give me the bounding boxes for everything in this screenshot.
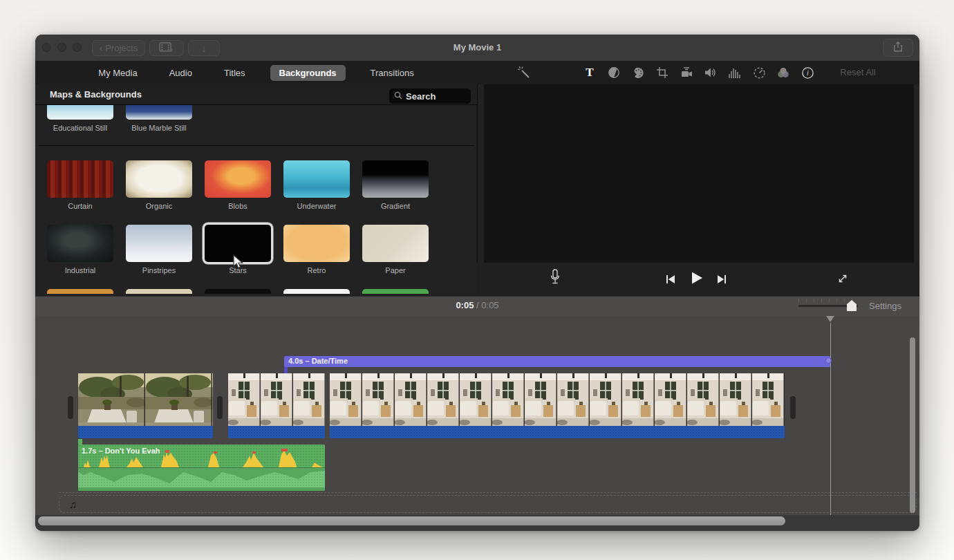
tab-my-media[interactable]: My Media: [91, 65, 144, 81]
timeline-area: 4.0s – Date/Time: [35, 316, 919, 515]
background-thumbnail[interactable]: [362, 160, 429, 198]
playhead-line[interactable]: [830, 323, 831, 515]
browser-section-title: Maps & Backgrounds: [50, 89, 142, 100]
background-thumbnail[interactable]: [126, 225, 192, 262]
share-button[interactable]: [883, 39, 913, 57]
background-item[interactable]: Curtain: [47, 160, 113, 210]
timeline-horizontal-scrollbar-track[interactable]: [35, 515, 919, 528]
timeline-horizontal-scrollbar-thumb[interactable]: [38, 516, 785, 525]
skip-forward-button[interactable]: [713, 270, 731, 288]
video-clip-3-frames[interactable]: [330, 373, 785, 426]
background-label: Industrial: [65, 266, 96, 274]
background-thumbnail[interactable]: [47, 289, 113, 294]
audio-clip-connector: [78, 439, 82, 445]
background-thumbnail[interactable]: [205, 160, 271, 198]
background-thumbnail[interactable]: [283, 289, 350, 294]
speed-button[interactable]: [750, 64, 768, 82]
clip-trim-handle-left[interactable]: [68, 396, 73, 419]
panel-divider: [477, 61, 478, 296]
background-item[interactable]: Educational Still: [47, 105, 113, 132]
search-box[interactable]: [389, 88, 471, 104]
title-clip-end-handle[interactable]: [825, 357, 832, 364]
background-label: Organic: [146, 202, 173, 210]
skip-back-button[interactable]: [662, 270, 680, 288]
background-thumbnail[interactable]: [47, 105, 113, 120]
background-item[interactable]: Blobs: [205, 160, 271, 210]
timeline-dashed-divider: [59, 492, 917, 493]
settings-button[interactable]: Settings: [869, 301, 901, 311]
play-button[interactable]: [688, 269, 706, 287]
time-display: 0:05 / 0:05: [35, 300, 919, 310]
background-label: Paper: [385, 266, 405, 274]
window-bottom-edge: [35, 528, 919, 531]
background-thumbnail[interactable]: [205, 289, 271, 294]
background-thumbnail[interactable]: [47, 160, 113, 198]
background-thumbnail[interactable]: [283, 160, 350, 198]
playhead-marker[interactable]: [826, 316, 834, 322]
color-overlap-filters-button[interactable]: [774, 64, 792, 82]
fullscreen-expand-icon[interactable]: [834, 270, 852, 288]
background-item[interactable]: Blue Marble Still: [126, 105, 192, 132]
share-icon: [892, 41, 904, 55]
tab-transitions[interactable]: Transitions: [364, 65, 421, 81]
reset-all-button[interactable]: Reset All: [836, 67, 880, 77]
background-label: Educational Still: [53, 124, 107, 132]
background-label: Blue Marble Still: [131, 124, 186, 132]
background-item[interactable]: Underwater: [283, 160, 350, 210]
background-label: Blobs: [228, 202, 247, 210]
row-divider: [38, 145, 474, 146]
video-clip-2-audio-bar[interactable]: [228, 426, 325, 438]
backgrounds-row-1: Curtain Organic Blobs Underwater Gradien…: [47, 160, 429, 210]
video-clip-1-audio-bar[interactable]: [78, 426, 213, 438]
enhance-magic-wand-button[interactable]: [515, 64, 533, 82]
mouse-cursor: [233, 254, 245, 272]
backgrounds-row-partial-top: Educational Still Blue Marble Still: [47, 105, 192, 132]
background-music-well[interactable]: ♫: [59, 495, 917, 513]
tab-audio[interactable]: Audio: [162, 65, 199, 81]
background-thumbnail[interactable]: [362, 225, 429, 262]
background-thumbnail[interactable]: [47, 225, 113, 262]
svg-text:i: i: [807, 68, 809, 77]
zoom-slider-ticks: [798, 299, 852, 302]
video-clip-1-frames[interactable]: [78, 373, 213, 426]
background-item[interactable]: Gradient: [362, 160, 429, 210]
background-thumbnail[interactable]: [362, 289, 429, 294]
audio-clip[interactable]: 1.7s – Don't You Evah: [78, 445, 325, 491]
current-time: 0:05: [456, 300, 474, 310]
tab-titles[interactable]: Titles: [217, 65, 252, 81]
record-voiceover-mic-button[interactable]: [546, 268, 564, 286]
background-item[interactable]: Retro: [283, 225, 350, 274]
background-label: Gradient: [381, 202, 410, 210]
background-label: Pinstripes: [142, 266, 176, 274]
clip-trim-handle-right[interactable]: [790, 396, 796, 419]
background-thumbnail[interactable]: [283, 225, 350, 262]
background-label: Underwater: [297, 202, 337, 210]
clip-trim-handle-mid[interactable]: [217, 396, 223, 419]
volume-button[interactable]: [702, 64, 720, 82]
tab-backgrounds[interactable]: Backgrounds: [270, 65, 346, 81]
timeline-vertical-scrollbar[interactable]: [910, 337, 915, 513]
crop-button[interactable]: [653, 64, 671, 82]
color-correction-wheel-button[interactable]: [629, 64, 647, 82]
search-input[interactable]: [406, 91, 464, 102]
stabilization-button[interactable]: [677, 64, 695, 82]
background-thumbnail[interactable]: [126, 105, 192, 120]
background-item[interactable]: Paper: [362, 225, 429, 274]
color-balance-button[interactable]: [605, 64, 623, 82]
background-item[interactable]: Organic: [126, 160, 192, 210]
backgrounds-row-partial-bottom: [47, 289, 429, 294]
imovie-window: ‹ Projects ♪ ↓ My Movie 1: [35, 35, 919, 531]
noise-reduction-eq-button[interactable]: [726, 64, 744, 82]
window-title: My Movie 1: [35, 42, 919, 53]
title-clip[interactable]: 4.0s – Date/Time: [284, 356, 830, 367]
video-clip-3-audio-bar[interactable]: [330, 426, 785, 438]
video-clip-2-frames[interactable]: [228, 373, 325, 426]
background-thumbnail[interactable]: [126, 160, 192, 198]
title-clip-connector: [284, 367, 288, 373]
info-button[interactable]: i: [798, 64, 816, 82]
background-thumbnail[interactable]: [126, 289, 192, 294]
search-icon: [394, 90, 402, 102]
titles-text-button[interactable]: T: [581, 64, 599, 82]
background-item[interactable]: Pinstripes: [126, 225, 192, 274]
background-item[interactable]: Industrial: [47, 225, 113, 274]
